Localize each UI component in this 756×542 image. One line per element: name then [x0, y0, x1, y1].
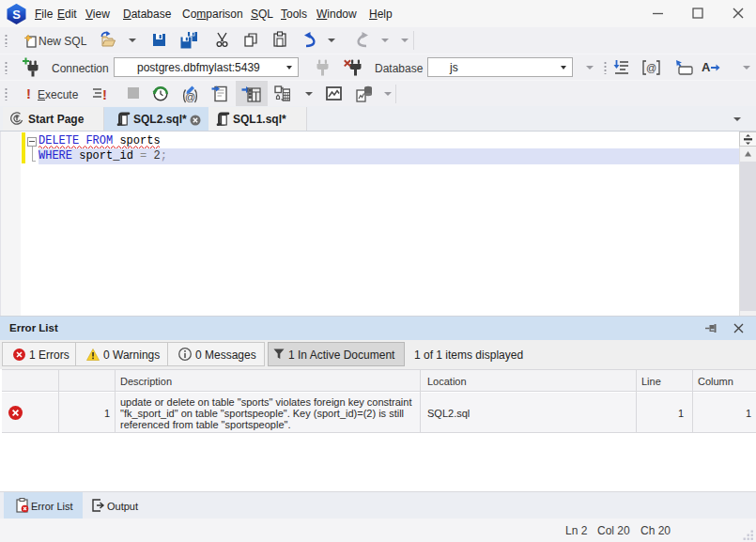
- svg-text:A: A: [702, 60, 711, 74]
- svg-text:S: S: [12, 8, 21, 22]
- svg-text:@: @: [646, 62, 656, 73]
- svg-text:!: !: [102, 86, 107, 101]
